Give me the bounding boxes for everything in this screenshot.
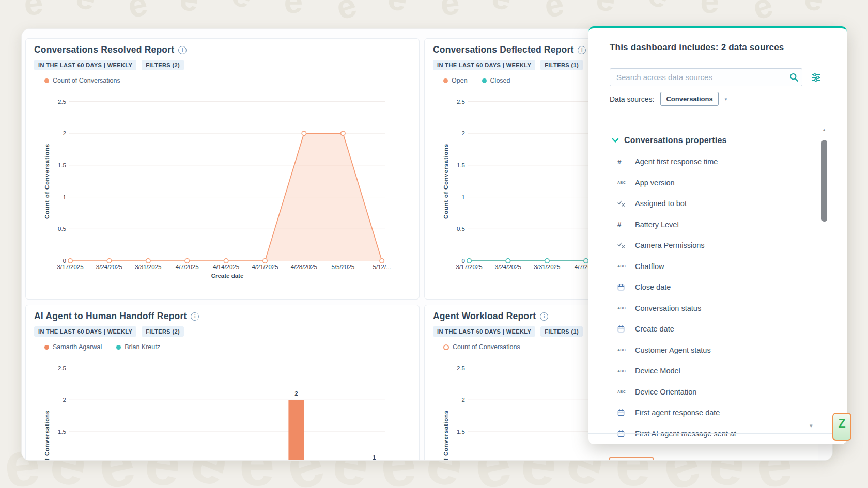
svg-text:0.5: 0.5 [457,226,465,232]
property-label: Create date [635,325,674,333]
background-pattern-top: eeeeeeeeeeeeeeee [0,0,857,21]
svg-text:2: 2 [462,130,465,136]
y-axis-label: Count of Conversations [443,410,449,461]
property-item[interactable]: Assigned to bot [588,193,836,214]
search-icon[interactable] [789,72,799,83]
svg-text:3/17/2025: 3/17/2025 [456,264,482,270]
filter-sliders-icon[interactable] [811,72,822,83]
properties-section-title: Conversations properties [624,136,727,145]
svg-text:2.5: 2.5 [457,365,465,371]
property-label: Agent first response time [635,158,718,166]
property-label: Customer Agent status [635,346,711,354]
svg-text:2.5: 2.5 [58,99,66,105]
date-property-icon [617,325,635,333]
svg-text:1.5: 1.5 [58,162,66,168]
search-input[interactable] [610,68,802,86]
property-item[interactable]: ABC Chatflow [588,256,836,277]
text-property-icon: ABC [617,264,635,268]
svg-text:2: 2 [63,397,66,403]
properties-section-header[interactable]: Conversations properties [612,136,727,145]
date-property-icon [617,284,635,291]
svg-text:0: 0 [462,258,465,264]
svg-text:2.5: 2.5 [58,365,66,371]
data-sources-row: Data sources: Conversations ▾ [610,92,727,106]
svg-text:3/24/2025: 3/24/2025 [495,264,521,270]
svg-text:2.5: 2.5 [457,99,465,105]
chat-widget-button[interactable]: Z [832,413,851,441]
svg-text:3/24/2025: 3/24/2025 [96,264,122,270]
svg-text:2: 2 [295,390,298,397]
property-item[interactable]: Create date [588,319,836,340]
svg-text:4/21/2025: 4/21/2025 [252,264,278,270]
chart-canvas: 00.511.522.53/17/20253/24/20253/31/20254… [26,305,419,461]
svg-text:1.5: 1.5 [457,429,465,435]
chevron-down-icon [612,137,619,144]
text-property-icon: ABC [617,348,635,352]
svg-text:3/17/2025: 3/17/2025 [57,264,83,270]
chart-canvas: 00.511.522.53/17/20253/24/20253/31/20254… [26,39,419,299]
scroll-up-arrow-icon[interactable]: ▲ [822,128,826,132]
property-label: Battery Level [635,221,679,229]
property-item[interactable]: ABC Device Orientation [588,382,836,403]
svg-text:0: 0 [63,258,66,264]
data-sources-label: Data sources: [610,95,654,103]
property-label: Camera Permissions [635,241,705,249]
property-item[interactable]: First agent response date [588,402,836,423]
report-card-ai-agent-handoff: AI Agent to Human Handoff Reporti IN THE… [25,305,420,461]
svg-text:4/28/2025: 4/28/2025 [291,264,317,270]
text-property-icon: ABC [617,390,635,393]
report-card-conversations-resolved: Conversations Resolved Reporti IN THE LA… [25,38,420,300]
svg-text:1: 1 [462,194,465,200]
svg-text:0.5: 0.5 [58,226,66,232]
property-item[interactable]: ABC App version [588,172,836,194]
panel-divider [610,118,828,118]
property-item[interactable]: ABC Customer Agent status [588,340,836,361]
scrollbar-thumb[interactable] [822,140,827,222]
number-property-icon: # [617,221,635,228]
property-item[interactable]: Camera Permissions [588,235,836,256]
chat-widget-logo-icon: Z [838,417,845,431]
dropdown-caret-icon[interactable]: ▾ [725,97,727,102]
property-label: Conversation status [635,304,701,312]
y-axis-label: Count of Conversations [443,144,449,219]
y-axis-label: Count of Conversations [44,410,50,461]
property-label: Close date [635,283,671,291]
svg-text:5/5/2025: 5/5/2025 [331,264,354,270]
svg-text:1: 1 [373,454,376,461]
svg-text:5/12/...: 5/12/... [373,264,391,270]
data-source-chip[interactable]: Conversations [660,92,718,106]
property-item[interactable]: # Battery Level [588,214,836,235]
property-label: First agent response date [635,408,720,417]
svg-text:4/14/2025: 4/14/2025 [213,264,239,270]
boolean-property-icon [617,200,635,207]
partially-visible-button[interactable] [609,457,654,461]
panel-bottom-divider [588,433,847,434]
svg-text:2: 2 [63,130,66,136]
x-axis-label: Create date [211,273,244,279]
property-label: Device Orientation [635,388,696,396]
svg-text:3/31/2025: 3/31/2025 [135,264,161,270]
property-item[interactable]: # Agent first response time [588,151,836,172]
property-label: App version [635,179,675,187]
text-property-icon: ABC [617,181,635,184]
property-label: Assigned to bot [635,199,687,208]
text-property-icon: ABC [617,306,635,310]
date-property-icon [617,409,635,416]
svg-text:2: 2 [462,397,465,403]
svg-text:3/31/2025: 3/31/2025 [534,264,560,270]
text-property-icon: ABC [617,369,635,373]
data-sources-panel: This dashboard includes: 2 data sources … [588,26,847,444]
number-property-icon: # [617,158,635,166]
collapse-caret-icon[interactable]: ▾ [810,422,813,429]
boolean-property-icon [617,242,635,248]
panel-title: This dashboard includes: 2 data sources [610,42,784,53]
property-item[interactable]: ABC Device Model [588,360,836,382]
property-item[interactable]: Close date [588,277,836,298]
property-item[interactable]: ABC Conversation status [588,298,836,319]
y-axis-label: Count of Conversations [44,144,50,219]
svg-text:1.5: 1.5 [457,162,465,168]
property-label: Chatflow [635,262,664,271]
svg-text:1: 1 [63,194,66,200]
property-label: Device Model [635,367,680,375]
svg-text:1.5: 1.5 [58,429,66,435]
